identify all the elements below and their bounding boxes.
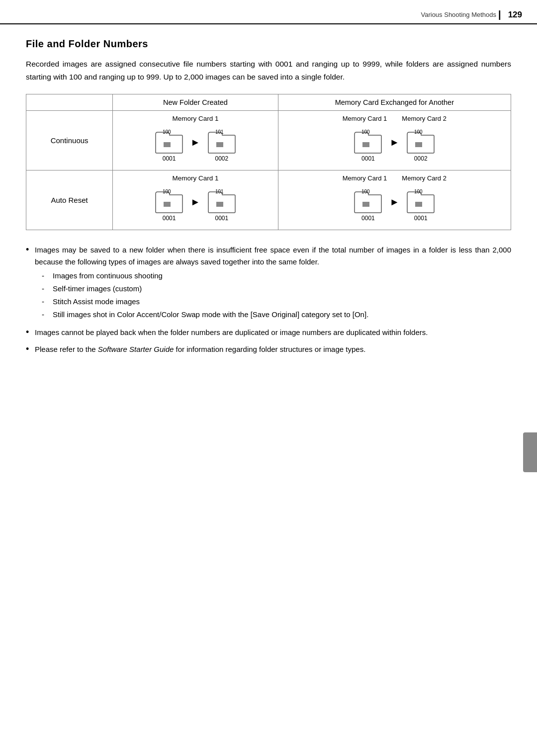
sub-bullet-text: Still images shot in Color Accent/Color …: [53, 309, 368, 321]
sub-bullet-text: Self-timer images (custom): [53, 283, 142, 295]
svg-text:101: 101: [215, 129, 224, 135]
svg-rect-12: [362, 202, 369, 207]
folder-number: 0001: [361, 215, 375, 222]
new-folder-cell: Memory Card 1 100 0001 ► 101 0001: [113, 170, 278, 230]
card-label: Memory Card 1: [118, 174, 272, 182]
folder-diagram: 101 0002: [207, 128, 236, 162]
folder-diagram: 100 0001: [155, 128, 183, 162]
sidebar-tab: [523, 432, 537, 472]
bullet-dot: •: [26, 244, 35, 322]
folder-diagram: 100 0002: [406, 128, 435, 162]
folder-diagram: 100 0001: [354, 188, 382, 222]
row-label: Continuous: [26, 111, 113, 170]
svg-rect-4: [362, 142, 369, 147]
svg-rect-2: [216, 142, 223, 147]
bullet-item: • Please refer to the Software Starter G…: [26, 343, 511, 355]
svg-text:101: 101: [215, 189, 224, 194]
bullet-dot: •: [26, 327, 35, 338]
folder-number: 0002: [414, 155, 428, 162]
bullet-text: Please refer to the Software Starter Gui…: [35, 343, 365, 355]
card2-label: Memory Card 2: [402, 115, 447, 122]
sub-dash: -: [42, 309, 49, 321]
folder-number: 0001: [414, 215, 428, 222]
folder-diagram: 101 0001: [207, 188, 236, 222]
col-header-new-folder: New Folder Created: [113, 94, 278, 111]
folder-number: 0001: [163, 215, 176, 222]
svg-rect-10: [216, 202, 223, 207]
col-header-exchanged: Memory Card Exchanged for Another: [278, 94, 511, 111]
sub-bullet-item: -Self-timer images (custom): [42, 283, 511, 295]
folder-diagram: 100 0001: [155, 188, 183, 222]
empty-header: [26, 94, 113, 111]
bullet-dot: •: [26, 343, 35, 355]
bullet-item: • Images cannot be played back when the …: [26, 327, 511, 338]
arrow-icon: ►: [389, 196, 399, 214]
bullet-text: Images may be saved to a new folder when…: [35, 244, 511, 322]
page-header: Various Shooting Methods | 129: [0, 0, 537, 24]
card-label: Memory Card 1: [118, 115, 272, 122]
bullet-section: • Images may be saved to a new folder wh…: [26, 244, 511, 355]
svg-text:100: 100: [361, 189, 370, 194]
sub-bullet-text: Images from continuous shooting: [53, 270, 163, 282]
page-title: File and Folder Numbers: [26, 38, 511, 50]
page-number: 129: [508, 10, 522, 20]
intro-paragraph: Recorded images are assigned consecutive…: [26, 58, 511, 83]
folder-number: 0001: [163, 155, 176, 162]
svg-rect-6: [415, 142, 422, 147]
arrow-icon: ►: [190, 137, 200, 154]
bullet-item: • Images may be saved to a new folder wh…: [26, 244, 511, 322]
folder-number: 0001: [215, 215, 229, 222]
row-label: Auto Reset: [26, 170, 113, 230]
sub-bullet-item: -Still images shot in Color Accent/Color…: [42, 309, 511, 321]
svg-text:100: 100: [163, 189, 171, 194]
card1-label: Memory Card 1: [343, 174, 387, 182]
svg-text:100: 100: [361, 129, 370, 135]
main-content: File and Folder Numbers Recorded images …: [0, 24, 537, 380]
arrow-icon: ►: [190, 196, 200, 214]
sub-bullet-item: -Images from continuous shooting: [42, 270, 511, 282]
exchanged-cell: Memory Card 1 Memory Card 2 100 0001 ► 1…: [278, 111, 511, 170]
new-folder-cell: Memory Card 1 100 0001 ► 101 0002: [113, 111, 278, 170]
sub-dash: -: [42, 283, 49, 295]
svg-rect-0: [164, 142, 171, 147]
folder-number: 0002: [215, 155, 229, 162]
sub-dash: -: [42, 270, 49, 282]
folder-diagram: 100 0001: [406, 188, 435, 222]
exchanged-cell: Memory Card 1 Memory Card 2 100 0001 ► 1…: [278, 170, 511, 230]
svg-text:100: 100: [414, 189, 423, 194]
svg-rect-14: [415, 202, 422, 207]
file-folder-table: New Folder Created Memory Card Exchanged…: [26, 94, 511, 230]
sub-dash: -: [42, 296, 49, 308]
folder-diagram: 100 0001: [354, 128, 382, 162]
card2-label: Memory Card 2: [402, 174, 447, 182]
card1-label: Memory Card 1: [343, 115, 387, 122]
svg-text:100: 100: [163, 129, 171, 135]
svg-rect-8: [164, 202, 171, 207]
sub-bullet-text: Stitch Assist mode images: [53, 296, 140, 308]
section-label: Various Shooting Methods: [421, 11, 496, 18]
svg-text:100: 100: [414, 129, 423, 135]
arrow-icon: ►: [389, 137, 399, 154]
sub-bullet-item: -Stitch Assist mode images: [42, 296, 511, 308]
bullet-text: Images cannot be played back when the fo…: [35, 327, 428, 338]
folder-number: 0001: [361, 155, 375, 162]
